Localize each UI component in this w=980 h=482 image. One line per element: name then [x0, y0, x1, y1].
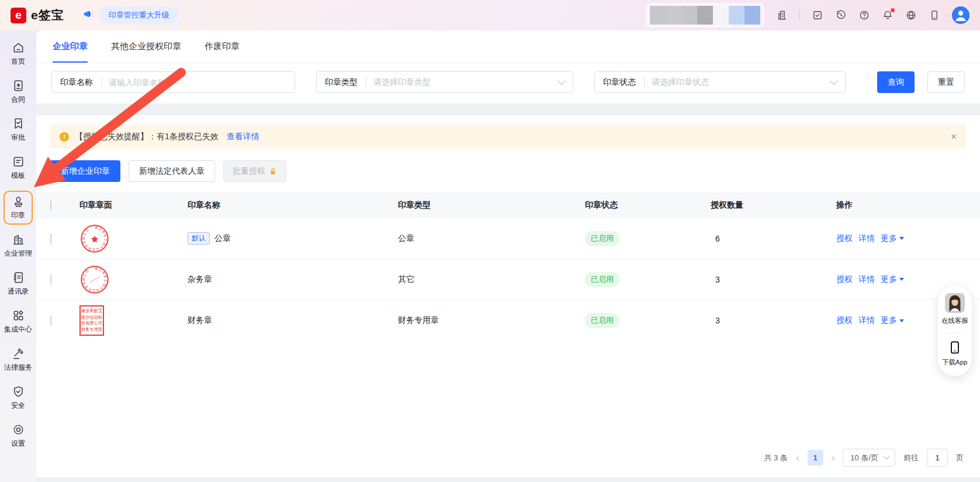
- authorize-link[interactable]: 授权: [836, 233, 853, 244]
- user-avatar[interactable]: [952, 6, 969, 24]
- prev-page-button[interactable]: ‹: [796, 452, 799, 464]
- seal-name: 公章: [214, 233, 231, 244]
- reset-button[interactable]: 重置: [927, 71, 965, 93]
- details-link[interactable]: 详情: [858, 315, 875, 326]
- home-icon: [12, 41, 25, 54]
- seal-name: 财务章: [188, 315, 212, 326]
- details-link[interactable]: 详情: [858, 233, 875, 244]
- sidebar-item-approval[interactable]: 审批: [2, 115, 34, 145]
- auth-count: 6: [711, 234, 836, 243]
- next-page-button[interactable]: ›: [832, 452, 835, 464]
- sidebar-item-home[interactable]: 首页: [2, 39, 34, 69]
- sidebar-item-label: 模板: [11, 171, 25, 181]
- seal-status-filter[interactable]: 印章状态 请选择印章状态: [594, 71, 846, 93]
- approval-icon: [12, 117, 25, 130]
- warning-icon: !: [60, 132, 69, 142]
- sidebar-item-label: 合同: [11, 95, 25, 105]
- sidebar-item-label: 首页: [11, 57, 25, 67]
- announcement-text[interactable]: 印章管控重大升级: [99, 6, 179, 24]
- sidebar-item-legal[interactable]: 法律服务: [2, 345, 34, 375]
- sidebar-item-security[interactable]: 安全: [2, 383, 34, 413]
- seal-name-filter: 印章名称: [51, 71, 295, 93]
- add-legal-rep-seal-button[interactable]: 新增法定代表人章: [129, 160, 215, 182]
- contacts-icon: [12, 271, 25, 284]
- sidebar-item-template[interactable]: 模板: [2, 153, 34, 183]
- sidebar-item-enterprise[interactable]: 企业管理: [2, 230, 34, 261]
- page-size-select[interactable]: 10 条/页: [843, 449, 895, 467]
- support-label[interactable]: 在线客服: [941, 316, 968, 325]
- download-app-icon[interactable]: [948, 340, 962, 354]
- row-checkbox[interactable]: [50, 233, 51, 244]
- announcement-bar[interactable]: 印章管控重大升级: [82, 6, 179, 24]
- goto-page-input[interactable]: [927, 449, 948, 467]
- seal-name-input[interactable]: [102, 78, 295, 87]
- sidebar-item-settings[interactable]: 设置: [2, 421, 34, 451]
- filter-card: 企业印章 其他企业授权印章 作废印章 印章名称 印章类型 请选择印章类型 印章状…: [36, 30, 980, 104]
- help-icon[interactable]: [858, 9, 870, 21]
- seal-type-filter[interactable]: 印章类型 请选择印章类型: [316, 71, 573, 93]
- header-divider: [799, 11, 800, 20]
- seal-list-card: ! 【授权已失效提醒】：有1条授权已失效 查看详情 × 新增企业印章 新增法定代…: [36, 115, 980, 477]
- sidebar-item-seal[interactable]: 印章: [4, 191, 33, 225]
- enterprise-icon: [12, 233, 25, 246]
- add-enterprise-seal-button[interactable]: 新增企业印章: [50, 160, 120, 182]
- page-number[interactable]: 1: [808, 450, 823, 466]
- authorize-link[interactable]: 授权: [836, 274, 853, 285]
- seal-image-official: 南京希默艾德尔信息科技有限公司: [79, 223, 188, 254]
- more-menu[interactable]: 更多: [881, 274, 904, 285]
- batch-auth-label: 批量授权: [233, 166, 265, 177]
- row-checkbox[interactable]: [50, 274, 51, 285]
- sidebar-item-integration[interactable]: 集成中心: [2, 307, 34, 337]
- globe-icon[interactable]: [905, 9, 917, 21]
- details-link[interactable]: 详情: [858, 274, 875, 285]
- lock-icon: [269, 167, 277, 175]
- seal-type-placeholder: 请选择印章类型: [366, 77, 559, 88]
- settings-icon: [12, 423, 25, 436]
- bell-icon[interactable]: [882, 9, 894, 21]
- goto-label: 前往: [903, 453, 919, 463]
- sidebar-item-label: 安全: [11, 401, 25, 411]
- download-app-label[interactable]: 下载App: [942, 357, 968, 367]
- mobile-icon[interactable]: [929, 9, 940, 21]
- tab-voided-seal[interactable]: 作废印章: [205, 30, 240, 63]
- floating-helper: 在线客服 下载App: [938, 285, 972, 376]
- pagination: 共 3 条 ‹ 1 › 10 条/页 前往 页: [36, 440, 980, 477]
- caret-down-icon: [899, 278, 904, 281]
- seal-type: 财务专用章: [398, 315, 585, 326]
- col-seal-status: 印章状态: [585, 200, 711, 211]
- view-details-link[interactable]: 查看详情: [227, 132, 259, 142]
- history-icon[interactable]: [835, 9, 847, 21]
- org-building-icon[interactable]: [776, 9, 788, 21]
- seal-tabs: 企业印章 其他企业授权印章 作废印章: [36, 30, 980, 63]
- select-all-checkbox[interactable]: [50, 200, 51, 211]
- col-auth-count: 授权数量: [711, 200, 836, 211]
- security-icon: [12, 385, 25, 398]
- todo-checkbox-icon[interactable]: [812, 9, 823, 21]
- seal-image-misc: 南京希默艾德尔信息科技有限公司: [79, 264, 188, 295]
- close-icon[interactable]: ×: [951, 132, 957, 142]
- sidebar-item-contract[interactable]: 合同: [2, 77, 34, 107]
- more-menu[interactable]: 更多: [881, 315, 904, 326]
- sidebar-nav: 首页 合同 审批 模板 印章 企业管理 通讯录 集成中心 法律服务 安全 设置: [0, 30, 36, 482]
- caret-down-icon: [899, 237, 904, 240]
- top-header: e e签宝 印章管控重大升级: [0, 0, 980, 30]
- tab-enterprise-seal[interactable]: 企业印章: [53, 30, 88, 63]
- seal-status-placeholder: 请选择印章状态: [645, 77, 831, 88]
- brand-name: e签宝: [31, 7, 64, 23]
- tab-other-authorized-seal[interactable]: 其他企业授权印章: [111, 30, 181, 63]
- action-buttons: 新增企业印章 新增法定代表人章 批量授权: [50, 160, 966, 182]
- auth-expired-alert: ! 【授权已失效提醒】：有1条授权已失效 查看详情 ×: [50, 125, 966, 149]
- row-checkbox[interactable]: [50, 315, 51, 326]
- authorize-link[interactable]: 授权: [836, 315, 853, 326]
- more-menu[interactable]: 更多: [881, 233, 904, 244]
- status-badge: 已启用: [585, 231, 619, 246]
- contract-icon: [12, 79, 25, 92]
- search-button[interactable]: 查询: [877, 71, 915, 93]
- chevron-down-icon: [830, 77, 838, 85]
- support-agent-avatar[interactable]: [945, 293, 965, 313]
- auth-count: 3: [711, 316, 836, 325]
- sidebar-item-contacts[interactable]: 通讯录: [2, 268, 34, 299]
- table-row: 南京希默艾德尔信息科技有限公司 杂务章 其它 已启用 3 授权 详情 更多: [36, 259, 980, 300]
- batch-auth-button[interactable]: 批量授权: [223, 160, 286, 182]
- chevron-down-icon: [557, 77, 566, 85]
